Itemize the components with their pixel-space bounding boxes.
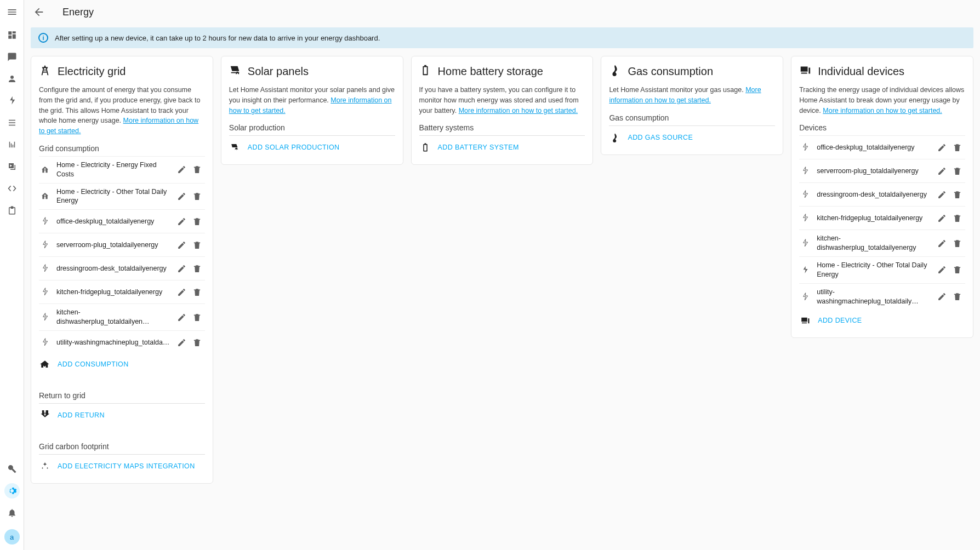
list-item: kitchen-dishwasherplug_totaldailyenergy bbox=[799, 230, 965, 256]
edit-button[interactable] bbox=[174, 162, 190, 177]
edit-button[interactable] bbox=[935, 140, 950, 155]
battery-add-icon bbox=[419, 142, 431, 152]
delete-button[interactable] bbox=[190, 162, 205, 177]
edit-button[interactable] bbox=[174, 310, 190, 325]
sidebar-item-devtools[interactable] bbox=[4, 461, 20, 477]
list-item-label: utility-washingmachineplug_totalda… bbox=[56, 338, 174, 347]
flash-out-icon bbox=[39, 313, 51, 322]
sidebar-item-messages[interactable] bbox=[4, 49, 20, 65]
solar-add-icon bbox=[229, 142, 241, 152]
sidebar-item-people[interactable] bbox=[4, 71, 20, 87]
sidebar-item-code[interactable] bbox=[4, 181, 20, 196]
list-item-label: serverroom-plug_totaldailyenergy bbox=[56, 240, 174, 250]
add-label: ADD BATTERY SYSTEM bbox=[438, 144, 519, 151]
sidebar-item-history[interactable] bbox=[4, 137, 20, 152]
sidebar-item-dashboard[interactable] bbox=[4, 27, 20, 43]
edit-button[interactable] bbox=[935, 163, 950, 179]
card-gas-consumption: Gas consumption Let Home Assistant monit… bbox=[601, 56, 783, 155]
delete-button[interactable] bbox=[190, 237, 205, 253]
info-icon: i bbox=[38, 33, 48, 43]
card-electricity-grid: Electricity grid Configure the amount of… bbox=[31, 56, 213, 484]
sidebar-item-media[interactable] bbox=[4, 159, 20, 174]
back-button[interactable] bbox=[33, 6, 45, 18]
list-item: office-deskplug_totaldailyenergy bbox=[39, 209, 205, 233]
page-title: Energy bbox=[62, 7, 94, 18]
card-title: Individual devices bbox=[818, 65, 904, 78]
edit-button[interactable] bbox=[935, 187, 950, 202]
more-info-link[interactable]: More information on how to get started. bbox=[459, 107, 578, 114]
delete-button[interactable] bbox=[190, 188, 205, 204]
edit-button[interactable] bbox=[935, 236, 950, 251]
add-device-button[interactable]: ADD DEVICE bbox=[799, 310, 965, 333]
flash-out-icon bbox=[799, 239, 811, 248]
add-label: ADD ELECTRICITY MAPS INTEGRATION bbox=[58, 462, 195, 470]
edit-button[interactable] bbox=[174, 214, 190, 229]
more-info-link[interactable]: More information on how to get started. bbox=[823, 107, 942, 114]
delete-button[interactable] bbox=[950, 140, 965, 155]
devices-list: office-deskplug_totaldailyenergyserverro… bbox=[799, 135, 965, 310]
delete-button[interactable] bbox=[190, 310, 205, 325]
delete-button[interactable] bbox=[190, 284, 205, 300]
flash-out-icon bbox=[39, 288, 51, 296]
flash-out-icon bbox=[799, 143, 811, 152]
avatar[interactable]: a bbox=[4, 529, 20, 545]
edit-button[interactable] bbox=[174, 188, 190, 204]
flash-out-icon bbox=[799, 190, 811, 199]
home-in-icon bbox=[39, 192, 51, 200]
add-return-button[interactable]: ADD RETURN bbox=[39, 405, 205, 428]
sidebar-item-energy[interactable] bbox=[4, 93, 20, 108]
list-item: kitchen-dishwasherplug_totaldailyen… bbox=[39, 303, 205, 330]
delete-button[interactable] bbox=[950, 163, 965, 179]
add-battery-system-button[interactable]: ADD BATTERY SYSTEM bbox=[419, 137, 585, 160]
sidebar-item-notifications[interactable] bbox=[4, 505, 20, 520]
edit-button[interactable] bbox=[935, 262, 950, 278]
edit-button[interactable] bbox=[174, 335, 190, 350]
delete-button[interactable] bbox=[950, 262, 965, 278]
hamburger-menu-button[interactable] bbox=[0, 0, 24, 24]
delete-button[interactable] bbox=[190, 214, 205, 229]
edit-button[interactable] bbox=[935, 289, 950, 305]
delete-button[interactable] bbox=[950, 210, 965, 226]
edit-button[interactable] bbox=[935, 210, 950, 226]
add-label: ADD DEVICE bbox=[818, 317, 862, 324]
card-title: Electricity grid bbox=[58, 65, 126, 78]
edit-button[interactable] bbox=[174, 284, 190, 300]
card-title: Solar panels bbox=[248, 65, 309, 78]
list-item-label: office-deskplug_totaldailyenergy bbox=[56, 217, 174, 226]
list-item-label: kitchen-fridgeplug_totaldailyenergy bbox=[56, 288, 174, 297]
battery-icon bbox=[419, 64, 438, 78]
card-solar-panels: Solar panels Let Home Assistant monitor … bbox=[221, 56, 403, 165]
add-solar-production-button[interactable]: ADD SOLAR PRODUCTION bbox=[229, 137, 395, 160]
add-label: ADD SOLAR PRODUCTION bbox=[248, 144, 340, 151]
list-item-label: utility-washingmachineplug_totaldaily… bbox=[817, 288, 935, 306]
flash-out-icon bbox=[799, 214, 811, 222]
info-banner: i After setting up a new device, it can … bbox=[31, 27, 973, 48]
flash-out-icon bbox=[39, 217, 51, 226]
edit-button[interactable] bbox=[174, 237, 190, 253]
sidebar-item-clipboard[interactable] bbox=[4, 203, 20, 218]
sidebar-item-settings[interactable] bbox=[4, 483, 20, 499]
card-description: Let Home Assistant monitor your solar pa… bbox=[229, 85, 395, 116]
card-description: Configure the amount of energy that you … bbox=[39, 85, 205, 136]
flash-out-icon bbox=[39, 240, 51, 249]
edit-button[interactable] bbox=[174, 261, 190, 276]
list-item: utility-washingmachineplug_totaldaily… bbox=[799, 283, 965, 310]
sidebar-item-logbook[interactable] bbox=[4, 115, 20, 130]
delete-button[interactable] bbox=[190, 261, 205, 276]
devices-icon bbox=[799, 64, 818, 78]
list-item: dressingroom-desk_totaldailyenergy bbox=[799, 182, 965, 206]
section-title-grid-consumption: Grid consumption bbox=[39, 144, 205, 153]
delete-button[interactable] bbox=[950, 236, 965, 251]
delete-button[interactable] bbox=[950, 187, 965, 202]
delete-button[interactable] bbox=[950, 289, 965, 305]
list-item-label: dressingroom-desk_totaldailyenergy bbox=[56, 264, 174, 273]
add-consumption-button[interactable]: ADD CONSUMPTION bbox=[39, 354, 205, 377]
add-gas-source-button[interactable]: ADD GAS SOURCE bbox=[609, 127, 775, 150]
devices-add-icon bbox=[799, 316, 811, 325]
home-import-icon bbox=[39, 359, 51, 369]
delete-button[interactable] bbox=[190, 335, 205, 350]
list-item: Home - Electricity - Other Total Daily E… bbox=[39, 183, 205, 210]
home-export-icon bbox=[39, 410, 51, 420]
section-title-solar-production: Solar production bbox=[229, 123, 395, 132]
add-electricity-maps-button[interactable]: ADD ELECTRICITY MAPS INTEGRATION bbox=[39, 456, 205, 479]
